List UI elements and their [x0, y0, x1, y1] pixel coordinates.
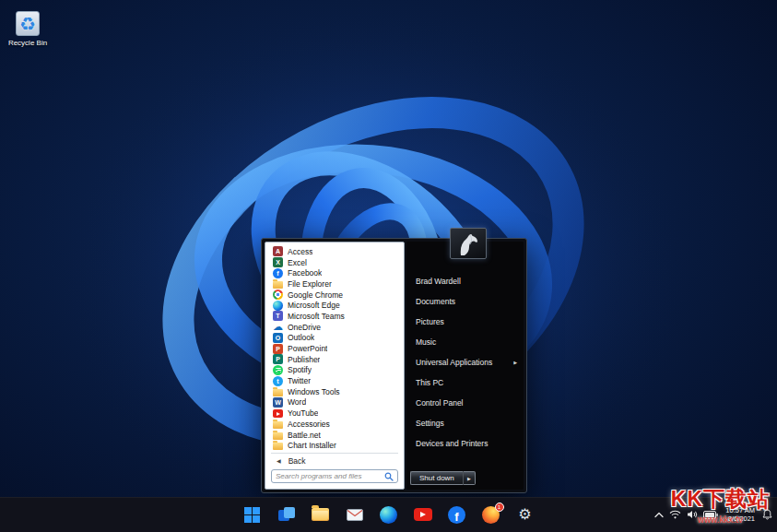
- back-label: Back: [288, 456, 306, 466]
- program-item-label: Microsoft Teams: [288, 312, 345, 321]
- task-view-icon: [278, 507, 295, 522]
- place-label: Pictures: [416, 317, 444, 326]
- task-view-button[interactable]: [276, 503, 298, 526]
- place-label: Universal Applications: [416, 358, 492, 367]
- start-menu-programs-panel: AAccessXExcelfFacebookFile ExplorerGoogl…: [265, 242, 405, 490]
- youtube-icon: [414, 508, 432, 521]
- user-name[interactable]: Brad Wardell: [406, 271, 524, 291]
- place-label: Control Panel: [416, 398, 464, 408]
- program-item-youtube[interactable]: YouTube: [265, 408, 404, 419]
- start-menu-item-music[interactable]: Music: [406, 332, 524, 352]
- onedrive-icon: ☁: [273, 322, 283, 332]
- horse-avatar-image: [453, 231, 484, 256]
- programs-divider: [271, 453, 398, 454]
- program-item-label: Accessories: [288, 420, 330, 429]
- program-item-microsoft-edge[interactable]: Microsoft Edge: [265, 300, 404, 311]
- mail-button[interactable]: [344, 503, 366, 526]
- user-avatar[interactable]: [450, 228, 487, 259]
- start-menu-item-documents[interactable]: Documents: [406, 291, 524, 312]
- recycle-bin[interactable]: ♻ Recycle Bin: [4, 11, 52, 47]
- twitter-icon: t: [273, 376, 283, 386]
- start-menu-places-panel: Brad Wardell DocumentsPicturesMusicUnive…: [406, 242, 524, 490]
- file-explorer-button[interactable]: [310, 503, 332, 526]
- notification-bell-icon[interactable]: [762, 509, 772, 520]
- program-item-accessories[interactable]: Accessories: [265, 419, 404, 430]
- program-item-chart-installer[interactable]: Chart Installer: [265, 440, 404, 451]
- program-item-facebook[interactable]: fFacebook: [265, 267, 404, 278]
- battle-net-icon: [273, 432, 283, 440]
- word-icon: W: [273, 397, 283, 408]
- recycle-bin-label: Recycle Bin: [4, 39, 52, 47]
- start-menu-item-devices-and-printers[interactable]: Devices and Printers: [406, 433, 524, 454]
- start-menu-item-this-pc[interactable]: This PC: [406, 372, 524, 393]
- program-item-spotify[interactable]: Spotify: [265, 365, 404, 376]
- search-box[interactable]: [271, 469, 398, 483]
- gear-icon: ⚙: [518, 507, 531, 522]
- google-chrome-icon: [273, 290, 283, 300]
- start-button[interactable]: [241, 503, 264, 526]
- folder-icon: [312, 508, 329, 521]
- program-item-label: Google Chrome: [288, 290, 343, 300]
- program-list: AAccessXExcelfFacebookFile ExplorerGoogl…: [265, 242, 404, 452]
- program-item-label: Microsoft Edge: [288, 301, 340, 310]
- program-item-word[interactable]: WWord: [265, 397, 404, 408]
- clock[interactable]: 10:57 AM 8/6/2021: [725, 506, 755, 524]
- program-item-google-chrome[interactable]: Google Chrome: [265, 290, 404, 301]
- edge-button[interactable]: [378, 503, 400, 526]
- tray-expand-chevron-icon[interactable]: [654, 512, 664, 518]
- tray-date: 8/6/2021: [725, 514, 755, 524]
- program-item-label: Twitter: [288, 376, 311, 385]
- program-item-label: PowerPoint: [288, 344, 327, 353]
- submenu-arrow-icon: ▶: [513, 360, 517, 365]
- access-icon: A: [273, 246, 283, 256]
- excel-icon: X: [273, 257, 283, 267]
- place-label: Settings: [416, 419, 444, 428]
- program-item-microsoft-teams[interactable]: TMicrosoft Teams: [265, 311, 404, 322]
- program-item-label: Access: [288, 247, 312, 256]
- windows-tools-icon: [273, 389, 283, 396]
- youtube-button[interactable]: [412, 503, 434, 526]
- program-item-publisher[interactable]: PPublisher: [265, 354, 404, 365]
- back-button[interactable]: ◀ Back: [265, 455, 404, 467]
- taskbar-center: f 1 ⚙: [241, 497, 536, 532]
- place-label: This PC: [416, 378, 443, 387]
- facebook-button[interactable]: f: [446, 503, 468, 526]
- program-item-twitter[interactable]: tTwitter: [265, 375, 404, 386]
- start-menu-item-pictures[interactable]: Pictures: [406, 312, 524, 332]
- shut-down-options-arrow[interactable]: ▶: [464, 471, 476, 485]
- program-item-windows-tools[interactable]: Windows Tools: [265, 386, 404, 397]
- shut-down-button[interactable]: Shut down: [410, 471, 464, 485]
- chart-installer-icon: [273, 443, 283, 450]
- battery-icon[interactable]: [703, 511, 718, 519]
- start-menu-item-settings[interactable]: Settings: [406, 413, 524, 433]
- program-item-file-explorer[interactable]: File Explorer: [265, 278, 404, 290]
- program-item-onedrive[interactable]: ☁OneDrive: [265, 322, 404, 333]
- program-item-outlook[interactable]: OOutlook: [265, 333, 404, 344]
- back-arrow-icon: ◀: [277, 457, 281, 464]
- program-item-battle-net[interactable]: Battle.net: [265, 430, 404, 441]
- program-item-excel[interactable]: XExcel: [265, 257, 404, 268]
- wifi-icon[interactable]: [669, 510, 681, 519]
- windows-logo-icon: [244, 507, 260, 523]
- program-item-access[interactable]: AAccess: [265, 246, 404, 257]
- program-item-powerpoint[interactable]: PPowerPoint: [265, 343, 404, 354]
- spotify-icon: [273, 365, 283, 375]
- program-item-label: Excel: [288, 258, 307, 267]
- program-item-label: Windows Tools: [288, 387, 340, 396]
- mail-icon: [347, 509, 363, 521]
- program-item-label: Publisher: [288, 355, 320, 364]
- program-item-label: Word: [288, 397, 306, 407]
- start-menu-item-control-panel[interactable]: Control Panel: [406, 393, 524, 413]
- search-programs-input[interactable]: [276, 472, 384, 480]
- places-list: DocumentsPicturesMusicUniversal Applicat…: [406, 291, 524, 454]
- program-item-label: Battle.net: [288, 431, 321, 440]
- facebook-icon: f: [273, 268, 283, 278]
- program-item-label: OneDrive: [288, 323, 321, 332]
- volume-icon[interactable]: [687, 510, 698, 519]
- recycle-bin-icon: ♻: [16, 11, 40, 36]
- search-icon: [384, 472, 394, 481]
- firefox-button[interactable]: 1: [480, 503, 502, 526]
- start-menu-item-universal-applications[interactable]: Universal Applications▶: [406, 352, 524, 372]
- accessories-icon: [273, 421, 283, 429]
- settings-button[interactable]: ⚙: [514, 503, 536, 526]
